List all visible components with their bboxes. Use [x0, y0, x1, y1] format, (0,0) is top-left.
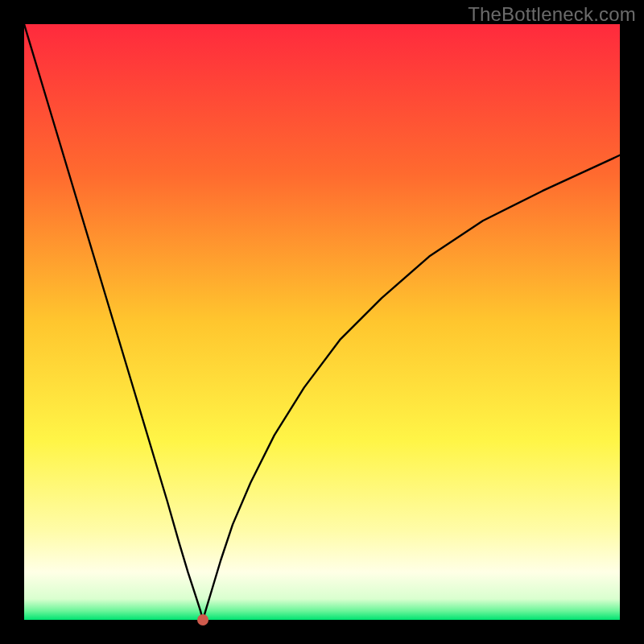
bottleneck-chart — [24, 24, 620, 620]
chart-frame: TheBottleneck.com — [0, 0, 644, 644]
watermark-text: TheBottleneck.com — [468, 3, 636, 26]
plot-area — [24, 24, 620, 620]
optimum-marker — [197, 614, 208, 625]
